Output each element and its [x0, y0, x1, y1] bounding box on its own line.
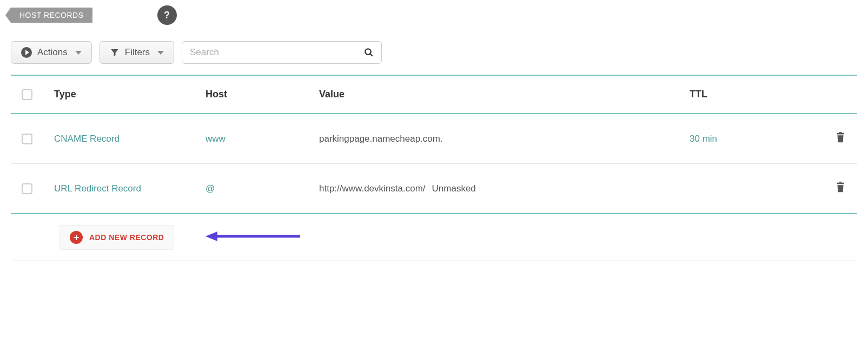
- record-host[interactable]: @: [206, 183, 319, 194]
- filter-icon: [110, 48, 120, 57]
- chevron-down-icon: [157, 51, 164, 55]
- trash-icon[interactable]: [834, 136, 846, 147]
- help-icon[interactable]: ?: [157, 5, 177, 25]
- plus-icon: +: [70, 231, 83, 244]
- record-host[interactable]: www: [206, 134, 319, 144]
- record-type[interactable]: URL Redirect Record: [54, 183, 206, 194]
- add-new-record-button[interactable]: + ADD NEW RECORD: [59, 225, 174, 250]
- header-ttl: TTL: [690, 89, 819, 100]
- svg-rect-3: [839, 132, 842, 133]
- svg-marker-7: [206, 231, 217, 241]
- svg-rect-4: [837, 183, 844, 184]
- svg-line-1: [370, 54, 373, 56]
- table-row: URL Redirect Record @ http://www.devkins…: [11, 164, 857, 213]
- header-value: Value: [319, 89, 690, 100]
- search-input[interactable]: [190, 42, 364, 63]
- select-all-checkbox[interactable]: [22, 89, 32, 100]
- record-value[interactable]: http://www.devkinsta.com/ Unmasked: [319, 183, 690, 194]
- header-host: Host: [206, 89, 319, 100]
- record-value-text: http://www.devkinsta.com/: [319, 183, 426, 194]
- add-record-row: + ADD NEW RECORD: [11, 214, 857, 261]
- record-value-extra: Unmasked: [432, 183, 476, 194]
- filters-label: Filters: [125, 47, 150, 58]
- record-value[interactable]: parkingpage.namecheap.com.: [319, 134, 690, 144]
- search-icon[interactable]: [364, 48, 374, 57]
- table-row: CNAME Record www parkingpage.namecheap.c…: [11, 114, 857, 164]
- search-box[interactable]: [182, 41, 382, 64]
- svg-rect-2: [837, 133, 844, 135]
- header-type: Type: [54, 89, 206, 100]
- actions-button[interactable]: Actions: [11, 41, 92, 64]
- record-type[interactable]: CNAME Record: [54, 134, 206, 144]
- add-record-label: ADD NEW RECORD: [89, 233, 164, 242]
- svg-rect-5: [839, 182, 842, 183]
- record-ttl[interactable]: 30 min: [690, 134, 819, 144]
- host-records-tab[interactable]: HOST RECORDS: [11, 8, 92, 23]
- actions-label: Actions: [37, 47, 68, 58]
- play-icon: [21, 47, 32, 58]
- row-checkbox[interactable]: [22, 134, 32, 144]
- row-checkbox[interactable]: [22, 183, 32, 194]
- table-header: Type Host Value TTL: [11, 76, 857, 114]
- record-value-text: parkingpage.namecheap.com.: [319, 134, 443, 144]
- svg-point-0: [365, 49, 371, 55]
- records-table: Type Host Value TTL CNAME Record www par…: [11, 75, 857, 214]
- chevron-down-icon: [75, 51, 82, 55]
- filters-button[interactable]: Filters: [100, 41, 174, 64]
- trash-icon[interactable]: [834, 186, 846, 196]
- arrow-annotation: [206, 230, 303, 245]
